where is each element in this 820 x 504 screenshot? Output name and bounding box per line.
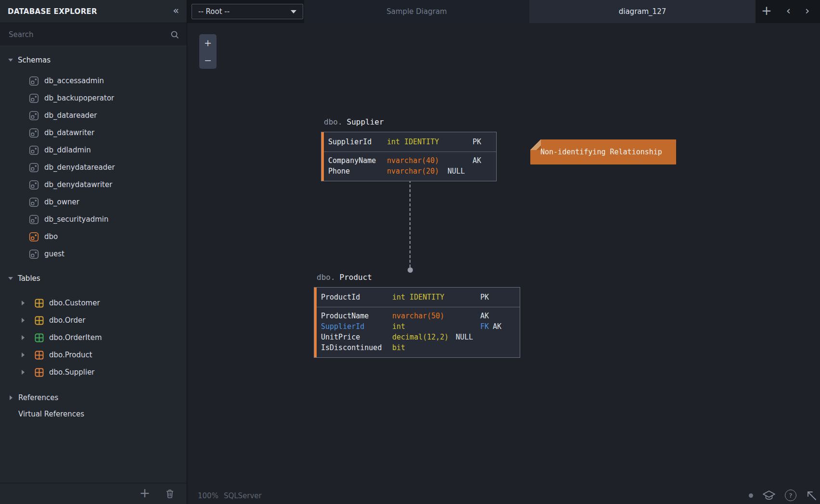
entity-table-box[interactable]: ProductId int IDENTITY PK ProductName nv… [314,287,520,358]
app-window: DATABASE EXPLORER « Schemas db_accessadm… [0,0,820,504]
search-bar [0,23,187,46]
key-badge-fk: FK [480,321,489,332]
schema-item-dbo[interactable]: dbo [0,228,187,245]
column-type: int IDENTITY [387,137,448,147]
zoom-in-button[interactable]: + [199,34,217,51]
entity-column-row[interactable]: IsDiscontinued bit [314,342,520,353]
schema-item-db_ddladmin[interactable]: db_ddladmin [0,141,187,159]
zoom-out-button[interactable]: − [199,51,217,69]
schema-item-db_datawriter[interactable]: db_datawriter [0,124,187,141]
column-name: CompanyName [328,155,387,166]
key-badge-ak: AK [493,321,501,332]
table-item-dbo.Product[interactable]: dbo.Product [0,346,187,364]
entity-column-row[interactable]: ProductName nvarchar(50) AK [314,311,520,321]
relationship-connector[interactable] [410,180,410,267]
entity-column-row[interactable]: CompanyName nvarchar(40) AK [321,155,496,166]
table-item-dbo.Customer[interactable]: dbo.Customer [0,294,187,312]
section-schemas[interactable]: Schemas [0,52,187,68]
schema-item-db_denydatawriter[interactable]: db_denydatawriter [0,176,187,193]
entity-column-row[interactable]: SupplierId int FKAK [314,321,520,332]
explorer-tree: Schemas db_accessadmin db_backupoperator… [0,46,187,422]
entity-table-box[interactable]: SupplierId int IDENTITY PK CompanyName n… [321,132,497,181]
table-item-label: dbo.Supplier [49,368,95,377]
column-name: UnitPrice [321,332,392,342]
education-icon[interactable] [762,490,776,501]
key-badge-pk: PK [473,137,481,147]
column-nullability [456,311,480,321]
entity-column-row[interactable]: SupplierId int IDENTITY PK [321,137,496,147]
entity-schema-label: dbo. [324,117,343,126]
entity-title: dbo.Supplier [321,117,497,127]
chevron-right-icon[interactable] [22,353,26,357]
column-name: SupplierId [328,137,387,147]
sidebar-header: DATABASE EXPLORER « [0,0,187,23]
column-nullability: NULL [448,166,473,176]
table-list: dbo.Customer dbo.Order dbo.OrderItem dbo… [0,294,187,381]
root-dropdown-value: -- Root -- [198,7,230,16]
schema-icon [29,76,39,86]
schema-item-db_backupoperator[interactable]: db_backupoperator [0,89,187,107]
schema-item-db_accessadmin[interactable]: db_accessadmin [0,72,187,89]
schema-item-guest[interactable]: guest [0,245,187,263]
chevron-right-icon [10,395,13,400]
column-name: SupplierId [321,321,392,332]
column-keys: AK [480,311,520,321]
next-tab-icon[interactable]: › [805,5,809,16]
corner-toolbar: ? [749,490,817,501]
column-keys [480,332,520,342]
add-icon[interactable]: + [139,486,150,499]
relationship-note[interactable]: Non-identifying Relationship [530,139,676,164]
chevron-right-icon[interactable] [22,370,26,375]
section-references[interactable]: References [0,390,187,406]
entity-title: dbo.Product [314,272,520,283]
section-virtual-references-label: Virtual References [18,410,84,418]
entity-columns-section: CompanyName nvarchar(40) AK Phone nvarch… [321,152,496,181]
tab-diagram-127[interactable]: diagram_127 [529,0,756,23]
section-virtual-references[interactable]: Virtual References [0,406,187,422]
column-nullability [456,292,480,302]
add-tab-icon[interactable]: + [761,4,772,17]
table-item-dbo.Order[interactable]: dbo.Order [0,312,187,329]
status-bar: 100% SQLServer [198,489,262,503]
entity-pk-section: SupplierId int IDENTITY PK [321,132,496,152]
pan-arrow-icon[interactable] [806,490,817,501]
diagram-canvas[interactable]: + − dbo.Supplier SupplierId int IDENTITY… [187,23,820,504]
root-dropdown[interactable]: -- Root -- [192,4,303,19]
chevron-right-icon[interactable] [22,301,26,305]
column-name: Phone [328,166,387,176]
collapse-sidebar-icon[interactable]: « [173,6,179,16]
sidebar-title: DATABASE EXPLORER [8,7,97,16]
schema-item-db_securityadmin[interactable]: db_securityadmin [0,211,187,228]
table-item-dbo.Supplier[interactable]: dbo.Supplier [0,364,187,381]
column-keys: PK [480,292,520,302]
schema-icon [29,128,39,138]
entity-columns-section: ProductName nvarchar(50) AK SupplierId i… [314,307,520,357]
trash-icon[interactable] [166,489,174,498]
prev-tab-icon[interactable]: ‹ [786,5,791,16]
schema-item-db_denydatareader[interactable]: db_denydatareader [0,159,187,176]
status-dot-icon [749,493,753,498]
schema-icon [29,93,39,103]
chevron-right-icon[interactable] [22,318,26,323]
column-nullability [456,342,480,353]
tab-sample-diagram[interactable]: Sample Diagram [304,0,529,23]
tab-controls: + ‹ › [756,0,820,23]
search-input[interactable] [8,30,167,39]
schema-icon [29,111,39,121]
table-item-dbo.OrderItem[interactable]: dbo.OrderItem [0,329,187,346]
chevron-down-icon [8,59,13,62]
help-icon[interactable]: ? [785,490,796,501]
schema-item-db_datareader[interactable]: db_datareader [0,107,187,124]
schema-item-db_owner[interactable]: db_owner [0,193,187,211]
entity-column-row[interactable]: UnitPrice decimal(12,2) NULL [314,332,520,342]
search-icon [170,30,179,39]
section-tables[interactable]: Tables [0,270,187,287]
entity-column-row[interactable]: ProductId int IDENTITY PK [314,292,520,302]
table-icon [35,316,44,325]
entity-column-row[interactable]: Phone nvarchar(20) NULL [321,166,496,176]
schema-icon [29,180,39,190]
column-keys [473,166,496,176]
column-type: nvarchar(20) [387,166,448,176]
schema-item-label: db_datawriter [44,128,94,137]
chevron-right-icon[interactable] [22,335,26,340]
